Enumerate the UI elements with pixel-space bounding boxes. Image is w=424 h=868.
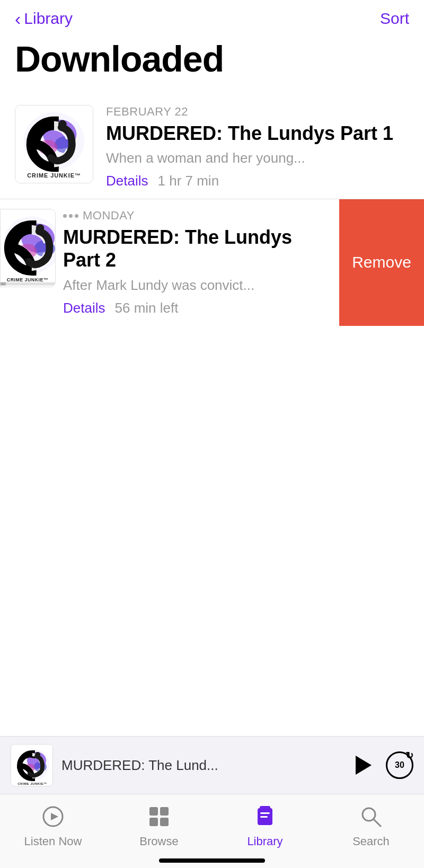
- tab-library[interactable]: Library: [212, 803, 318, 848]
- tab-search-label: Search: [352, 835, 390, 848]
- skip-30-label: 30: [395, 761, 404, 769]
- tab-listen-now[interactable]: Listen Now: [0, 803, 106, 848]
- tab-browse-label: Browse: [139, 835, 178, 848]
- back-label: Library: [24, 10, 73, 28]
- episode-list: CRIME JUNKIE™ FEBRUARY 22 MURDERED: The …: [0, 95, 424, 326]
- header: ‹ Library Sort: [0, 0, 424, 33]
- svg-point-12: [36, 224, 45, 233]
- episode-desc-2: After Mark Lundy was convict...: [63, 277, 319, 294]
- svg-rect-32: [260, 816, 268, 818]
- chevron-left-icon: ‹: [15, 10, 21, 28]
- mini-player-artwork: CRIME JUNKIE™: [11, 744, 53, 786]
- episode-item: CRIME JUNKIE™ FEBRUARY 22 MURDERED: The …: [0, 95, 424, 199]
- play-button[interactable]: [352, 754, 375, 777]
- episode-details-link-1[interactable]: Details: [106, 173, 148, 189]
- search-icon: [357, 803, 385, 830]
- episode-artwork-1: CRIME JUNKIE™: [15, 105, 93, 183]
- mini-player-controls: ↻ 30: [352, 751, 413, 779]
- episode-date-1: FEBRUARY 22: [106, 105, 409, 119]
- tab-bar: Listen Now Browse Library: [0, 794, 424, 868]
- tab-listen-now-label: Listen Now: [24, 835, 82, 848]
- svg-point-5: [58, 120, 67, 129]
- episode-desc-1: When a woman and her young...: [106, 150, 409, 166]
- episode-details-link-2[interactable]: Details: [63, 300, 105, 316]
- remove-button[interactable]: Remove: [339, 199, 424, 325]
- skip-arrow-icon: ↻: [405, 750, 413, 761]
- svg-rect-28: [160, 818, 169, 826]
- svg-text:CRIME JUNKIE™: CRIME JUNKIE™: [17, 782, 47, 785]
- episode-title-2: MURDERED: The Lundys Part 2: [63, 226, 319, 271]
- tab-search[interactable]: Search: [318, 803, 424, 848]
- back-button[interactable]: ‹ Library: [15, 10, 73, 28]
- svg-rect-30: [260, 806, 270, 809]
- episode-duration-2: 56 min left: [114, 300, 178, 316]
- episode-meta-2: Details 56 min left: [63, 300, 319, 316]
- svg-rect-31: [260, 812, 270, 814]
- svg-rect-27: [149, 818, 158, 826]
- episode-date-dots-2: [63, 214, 78, 218]
- listen-now-icon: [39, 803, 67, 830]
- mini-player[interactable]: CRIME JUNKIE™ MURDERED: The Lund... ↻ 30: [0, 736, 424, 794]
- episode-duration-1: 1 hr 7 min: [157, 173, 219, 189]
- play-icon: [356, 756, 372, 775]
- episode-title-1: MURDERED: The Lundys Part 1: [106, 122, 409, 145]
- home-indicator: [159, 858, 265, 863]
- svg-rect-15: [1, 282, 6, 286]
- episode-artwork-2: CRIME JUNKIE™: [0, 209, 56, 287]
- episode-item-2: CRIME JUNKIE™ MONDAY MURDERED: The Lundy…: [0, 199, 424, 325]
- svg-rect-14: [1, 282, 55, 286]
- svg-text:CRIME JUNKIE™: CRIME JUNKIE™: [7, 277, 48, 282]
- tab-library-label: Library: [247, 835, 282, 848]
- browse-icon: [145, 803, 173, 830]
- svg-line-34: [374, 819, 381, 826]
- svg-point-21: [35, 752, 40, 757]
- page-title: Downloaded: [0, 33, 424, 95]
- svg-marker-24: [51, 813, 58, 820]
- sort-button[interactable]: Sort: [380, 10, 409, 28]
- mini-player-title: MURDERED: The Lund...: [61, 757, 343, 774]
- svg-text:CRIME JUNKIE™: CRIME JUNKIE™: [27, 172, 81, 179]
- svg-rect-25: [149, 807, 158, 816]
- episode-date-2: MONDAY: [63, 209, 319, 223]
- tab-browse[interactable]: Browse: [106, 803, 212, 848]
- svg-rect-26: [160, 807, 169, 816]
- library-icon: [251, 803, 279, 830]
- episode-meta-1: Details 1 hr 7 min: [106, 173, 409, 189]
- episode-content-1: FEBRUARY 22 MURDERED: The Lundys Part 1 …: [106, 105, 409, 189]
- skip-forward-30-button[interactable]: ↻ 30: [386, 751, 413, 779]
